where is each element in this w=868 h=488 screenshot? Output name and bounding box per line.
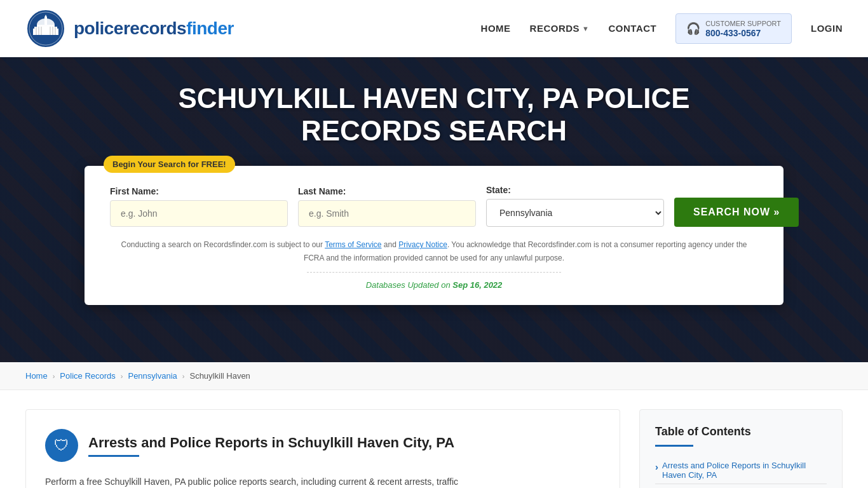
breadcrumb: Home › Police Records › Pennsylvania › S…: [0, 362, 868, 390]
breadcrumb-sep-2: ›: [121, 372, 123, 380]
chevron-down-icon: ▼: [582, 25, 589, 32]
search-box: Begin Your Search for FREE! First Name: …: [85, 166, 783, 305]
svg-rect-12: [44, 17, 47, 25]
search-fields: First Name: Last Name: State: AlabamaAla…: [110, 185, 758, 227]
svg-rect-7: [38, 27, 39, 35]
hero-title: SCHUYLKILL HAVEN CITY, PA POLICE RECORDS…: [116, 83, 752, 147]
logo[interactable]: policerecordsfinder: [25, 8, 234, 49]
svg-rect-9: [50, 27, 51, 35]
support-phone: 800-433-0567: [705, 28, 781, 38]
article-title: Arrests and Police Reports in Schuylkill…: [88, 435, 454, 451]
table-of-contents: Table of Contents Arrests and Police Rep…: [639, 409, 843, 488]
privacy-notice-link[interactable]: Privacy Notice: [398, 240, 447, 249]
last-name-group: Last Name:: [298, 186, 476, 227]
logo-text: policerecordsfinder: [74, 18, 234, 39]
login-button[interactable]: LOGIN: [811, 23, 843, 34]
svg-rect-10: [52, 27, 53, 35]
first-name-group: First Name:: [110, 186, 288, 227]
toc-title: Table of Contents: [655, 425, 827, 438]
breadcrumb-current: Schuylkill Haven: [189, 371, 250, 381]
last-name-input[interactable]: [298, 200, 476, 227]
breadcrumb-police-records[interactable]: Police Records: [60, 371, 115, 381]
svg-rect-11: [55, 27, 56, 35]
nav-home[interactable]: HOME: [481, 23, 511, 34]
svg-rect-4: [34, 27, 57, 29]
state-group: State: AlabamaAlaskaArizonaArkansasCalif…: [486, 185, 664, 227]
breadcrumb-sep-3: ›: [182, 372, 185, 380]
logo-icon: [25, 8, 66, 49]
headset-icon: 🎧: [686, 22, 700, 36]
nav-contact[interactable]: CONTACT: [609, 23, 657, 34]
nav-records[interactable]: RECORDS ▼: [530, 23, 590, 34]
toc-underline: [655, 445, 693, 447]
toc-link[interactable]: Arrests and Police Reports in Schuylkill…: [655, 461, 827, 480]
article-header: 🛡 Arrests and Police Reports in Schuylki…: [45, 429, 600, 462]
site-header: policerecordsfinder HOME RECORDS ▼ CONTA…: [0, 0, 868, 57]
content-area: 🛡 Arrests and Police Reports in Schuylki…: [0, 390, 868, 488]
hero-section: SCHUYLKILL HAVEN CITY, PA POLICE RECORDS…: [0, 57, 868, 362]
state-select[interactable]: AlabamaAlaskaArizonaArkansasCaliforniaCo…: [486, 199, 664, 227]
state-label: State:: [486, 185, 664, 195]
main-nav: HOME RECORDS ▼ CONTACT 🎧 CUSTOMER SUPPOR…: [481, 13, 843, 44]
updated-text: Databases Updated on Sep 16, 2022: [110, 280, 758, 290]
free-search-badge: Begin Your Search for FREE!: [104, 156, 235, 173]
disclaimer-text: Conducting a search on Recordsfinder.com…: [110, 238, 758, 264]
first-name-input[interactable]: [110, 200, 288, 227]
divider: [307, 272, 561, 273]
toc-list: Arrests and Police Reports in Schuylkill…: [655, 457, 827, 484]
article-body: Perform a free Schuylkill Haven, PA publ…: [45, 475, 600, 488]
shield-icon: 🛡: [54, 437, 69, 454]
shield-icon-wrapper: 🛡: [45, 429, 78, 462]
support-label: CUSTOMER SUPPORT: [705, 19, 781, 28]
last-name-label: Last Name:: [298, 186, 476, 196]
title-underline: [88, 455, 139, 457]
customer-support-button[interactable]: 🎧 CUSTOMER SUPPORT 800-433-0567: [675, 13, 792, 44]
toc-list-item: Arrests and Police Reports in Schuylkill…: [655, 457, 827, 484]
first-name-label: First Name:: [110, 186, 288, 196]
breadcrumb-sep-1: ›: [53, 372, 55, 380]
main-content: 🛡 Arrests and Police Reports in Schuylki…: [25, 409, 620, 488]
breadcrumb-home[interactable]: Home: [25, 371, 48, 381]
svg-rect-3: [37, 25, 55, 27]
terms-of-service-link[interactable]: Terms of Service: [325, 240, 381, 249]
breadcrumb-pennsylvania[interactable]: Pennsylvania: [128, 371, 177, 381]
svg-rect-6: [36, 27, 37, 35]
search-now-button[interactable]: SEARCH NOW »: [674, 198, 799, 227]
svg-rect-8: [41, 27, 42, 35]
